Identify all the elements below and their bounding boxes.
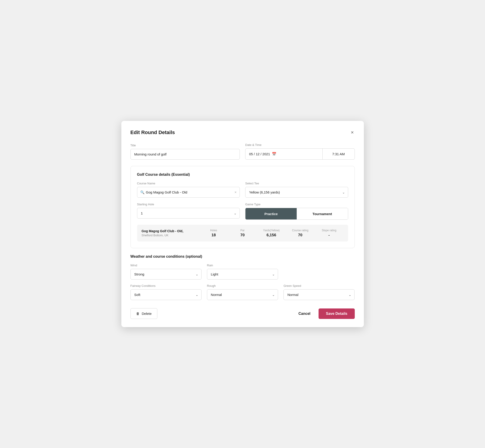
course-rating-label: Course rating [286,229,315,232]
course-stat-holes: Holes 18 [199,229,228,237]
yards-value: 6,156 [257,233,286,237]
delete-button[interactable]: 🗑 Delete [130,308,157,319]
green-speed-label: Green Speed [283,284,355,288]
top-row: Title Date & Time 05 / 12 / 2021 📅 7:31 … [130,143,355,160]
green-speed-group: Green Speed Slow Normal Fast ⌄ [283,284,355,300]
slope-rating-value: - [315,233,344,237]
game-type-label: Game Type [245,203,348,206]
weather-section: Weather and course conditions (optional)… [130,255,355,300]
starting-hole-group: Starting Hole 1 2 10 ⌄ [137,203,240,220]
wind-select-wrap: None Light Moderate Strong ⌄ [130,269,202,280]
rain-group: Rain None Light Moderate Heavy ⌄ [207,264,278,280]
golf-course-section: Golf Course details (Essential) Course N… [130,166,355,248]
fairway-select-wrap: Soft Normal Hard ⌄ [130,289,202,300]
rough-dropdown[interactable]: Soft Normal Hard [207,289,278,300]
course-name-label: Course Name [137,182,240,185]
time-value: 7:31 AM [332,152,345,156]
course-info-name: Gog Magog Golf Club - Old, Shelford Bott… [142,229,199,237]
search-icon: 🔍 [140,190,145,194]
weather-section-title: Weather and course conditions (optional) [130,255,355,259]
cancel-button[interactable]: Cancel [295,308,314,319]
wind-label: Wind [130,264,202,267]
golf-course-section-title: Golf Course details (Essential) [137,173,348,177]
calendar-icon: 📅 [272,152,276,156]
course-name-group: Course Name 🔍 × [137,182,240,198]
rough-select-wrap: Soft Normal Hard ⌄ [207,289,278,300]
course-info-box: Gog Magog Golf Club - Old, Shelford Bott… [137,225,348,241]
course-stat-slope-rating: Slope rating - [315,229,344,237]
date-part[interactable]: 05 / 12 / 2021 📅 [245,149,323,159]
slope-rating-label: Slope rating [315,229,344,232]
game-type-group: Game Type Practice Tournament [245,203,348,220]
starting-hole-dropdown[interactable]: 1 2 10 [137,208,240,218]
holes-value: 18 [199,233,228,237]
title-field-group: Title [130,144,240,160]
clear-icon[interactable]: × [234,190,237,194]
course-rating-value: 70 [286,233,315,237]
delete-label: Delete [142,312,152,315]
fairway-rough-green-row: Fairway Conditions Soft Normal Hard ⌄ Ro… [130,284,355,300]
course-stat-par: Par 70 [228,229,257,237]
course-stat-course-rating: Course rating 70 [286,229,315,237]
course-stat-yards: Yards(Yellow) 6,156 [257,229,286,237]
par-value: 70 [228,233,257,237]
course-name-input[interactable] [137,187,240,198]
modal-header: Edit Round Details × [130,129,355,136]
date-value: 05 / 12 / 2021 [249,152,270,156]
rain-label: Rain [207,264,278,267]
course-info-name-main: Gog Magog Golf Club - Old, [142,229,199,233]
course-name-tee-row: Course Name 🔍 × Select Tee Yellow (6,156… [137,182,348,198]
green-speed-select-wrap: Slow Normal Fast ⌄ [283,289,355,300]
game-type-toggle: Practice Tournament [245,208,348,220]
wind-dropdown[interactable]: None Light Moderate Strong [130,269,202,280]
footer-right: Cancel Save Details [295,308,355,319]
tournament-toggle-button[interactable]: Tournament [297,208,348,219]
fairway-label: Fairway Conditions [130,284,202,288]
holes-label: Holes [199,229,228,232]
modal-title: Edit Round Details [130,129,175,136]
wind-group: Wind None Light Moderate Strong ⌄ [130,264,202,280]
datetime-field-group: Date & Time 05 / 12 / 2021 📅 7:31 AM [245,143,355,160]
starting-hole-wrap: 1 2 10 ⌄ [137,208,240,218]
rough-label: Rough [207,284,278,288]
fairway-dropdown[interactable]: Soft Normal Hard [130,289,202,300]
rain-dropdown[interactable]: None Light Moderate Heavy [207,269,278,280]
select-tee-wrap: Yellow (6,156 yards) White Red Blue ⌄ [245,187,348,198]
rain-select-wrap: None Light Moderate Heavy ⌄ [207,269,278,280]
title-label: Title [130,144,240,147]
time-part[interactable]: 7:31 AM [323,149,355,159]
yards-label: Yards(Yellow) [257,229,286,232]
course-name-search-wrap: 🔍 × [137,187,240,198]
datetime-label: Date & Time [245,143,355,147]
rough-group: Rough Soft Normal Hard ⌄ [207,284,278,300]
fairway-group: Fairway Conditions Soft Normal Hard ⌄ [130,284,202,300]
hole-gametype-row: Starting Hole 1 2 10 ⌄ Game Type Practic… [137,203,348,220]
edit-round-modal: Edit Round Details × Title Date & Time 0… [121,121,364,327]
footer-row: 🗑 Delete Cancel Save Details [130,306,355,319]
datetime-inputs: 05 / 12 / 2021 📅 7:31 AM [245,148,355,160]
select-tee-dropdown[interactable]: Yellow (6,156 yards) White Red Blue [245,187,348,198]
trash-icon: 🗑 [136,312,140,315]
course-info-location: Shelford Bottom, UK [142,233,199,237]
par-label: Par [228,229,257,232]
select-tee-label: Select Tee [245,182,348,185]
green-speed-dropdown[interactable]: Slow Normal Fast [283,289,355,300]
starting-hole-label: Starting Hole [137,203,240,206]
select-tee-group: Select Tee Yellow (6,156 yards) White Re… [245,182,348,198]
wind-rain-row: Wind None Light Moderate Strong ⌄ Rain N… [130,264,355,280]
practice-toggle-button[interactable]: Practice [245,208,297,219]
title-input[interactable] [130,149,240,160]
close-button[interactable]: × [350,129,355,136]
save-button[interactable]: Save Details [319,308,355,319]
